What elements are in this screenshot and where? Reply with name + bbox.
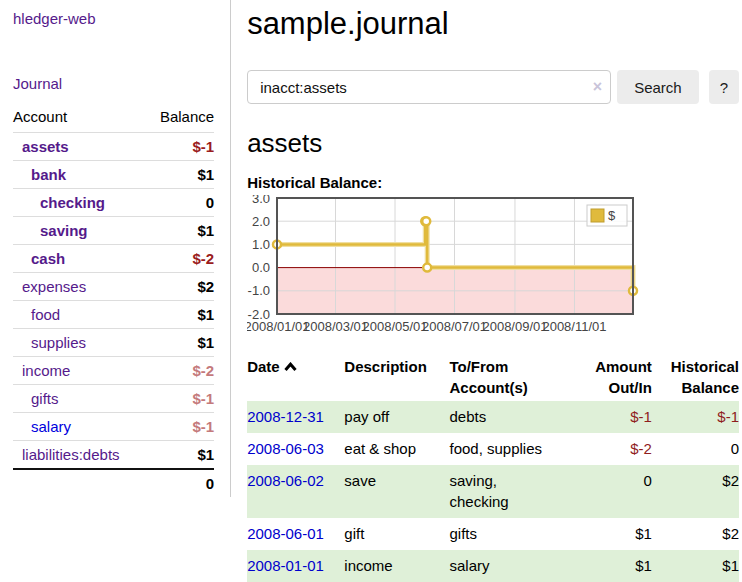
- transaction-date-link[interactable]: 2008-12-31: [247, 408, 324, 425]
- x-tick-label: 2008/09/01: [483, 319, 548, 334]
- transaction-description: gift: [344, 518, 449, 550]
- sidebar: hledger-web Journal Account Balance asse…: [0, 0, 231, 497]
- transaction-amount: $1: [550, 550, 652, 582]
- account-row: salary$-1: [13, 413, 214, 441]
- transaction-description: eat & shop: [344, 433, 449, 465]
- legend-label: $: [608, 208, 616, 223]
- account-row: checking0: [13, 189, 214, 217]
- transaction-date-link[interactable]: 2008-06-02: [247, 472, 324, 489]
- search-bar: × Search ?: [247, 70, 739, 104]
- y-tick-label: -1.0: [248, 283, 270, 298]
- search-button[interactable]: Search: [617, 70, 699, 104]
- transaction-row: 2008-06-02savesaving, checking0$2: [247, 465, 739, 519]
- accounts-total-balance: 0: [13, 469, 214, 497]
- transaction-amount: $-1: [550, 401, 652, 433]
- y-tick-label: 0.0: [252, 260, 270, 275]
- account-row: saving$1: [13, 217, 214, 245]
- register-header-date[interactable]: Date: [247, 353, 344, 401]
- accounts-table: Account Balance assets$-1bank$1checking0…: [13, 106, 214, 497]
- y-tick-label: 2.0: [252, 214, 270, 229]
- register-header-balance: HistoricalBalance: [652, 353, 739, 401]
- register-header-description: Description: [344, 353, 449, 401]
- page: hledger-web Journal Account Balance asse…: [0, 0, 742, 582]
- transaction-accounts: salary: [449, 555, 549, 577]
- account-row: expenses$2: [13, 273, 214, 301]
- account-balance: $1: [146, 329, 214, 357]
- account-balance: $1: [146, 441, 214, 470]
- help-button[interactable]: ?: [709, 70, 739, 104]
- transaction-amount: $-2: [550, 433, 652, 465]
- transaction-description: save: [344, 465, 449, 519]
- transaction-accounts: debts: [449, 406, 549, 428]
- account-balance: $-2: [146, 245, 214, 273]
- data-point: [423, 264, 431, 272]
- x-tick-label: 2008/11/01: [543, 319, 607, 334]
- account-row: gifts$-1: [13, 385, 214, 413]
- account-balance: $-1: [146, 413, 214, 441]
- account-row: assets$-1: [13, 133, 214, 161]
- transaction-accounts: food, supplies: [449, 438, 549, 460]
- account-balance: $-1: [146, 133, 214, 161]
- transaction-balance: 0: [652, 433, 739, 465]
- account-balance: 0: [146, 189, 214, 217]
- x-tick-label: 2008/05/01: [363, 319, 428, 334]
- transaction-date-link[interactable]: 2008-06-03: [247, 440, 324, 457]
- transaction-description: income: [344, 550, 449, 582]
- transaction-balance: $1: [652, 550, 739, 582]
- account-balance: $1: [146, 217, 214, 245]
- register-header-row: Date Description To/FromAccount(s) Amoun…: [247, 353, 739, 401]
- account-balance: $-2: [146, 357, 214, 385]
- x-tick-label: 2008/01/01: [247, 319, 310, 334]
- x-tick-label: 2008/07/01: [422, 319, 487, 334]
- x-tick-label: 2008/03/01: [303, 319, 368, 334]
- transaction-balance: $2: [652, 518, 739, 550]
- chart-legend: $: [587, 205, 627, 226]
- account-link-food[interactable]: food: [31, 306, 60, 323]
- account-link-salary[interactable]: salary: [31, 418, 71, 435]
- transaction-balance: $2: [652, 465, 739, 519]
- transaction-accounts: saving, checking: [449, 470, 549, 514]
- transaction-amount: $1: [550, 518, 652, 550]
- transaction-row: 2008-06-03eat & shopfood, supplies$-20: [247, 433, 739, 465]
- account-link-cash[interactable]: cash: [31, 250, 65, 267]
- account-link-saving[interactable]: saving: [40, 222, 88, 239]
- account-link-income[interactable]: income: [22, 362, 70, 379]
- transaction-row: 2008-01-01incomesalary$1$1: [247, 550, 739, 582]
- register-header-amount: AmountOut/In: [550, 353, 652, 401]
- data-point: [422, 217, 430, 225]
- search-input[interactable]: [247, 70, 611, 104]
- transaction-date-link[interactable]: 2008-06-01: [247, 525, 324, 542]
- brand-link[interactable]: hledger-web: [13, 10, 214, 27]
- clear-search-icon[interactable]: ×: [593, 77, 602, 96]
- accounts-header-account: Account: [13, 106, 146, 133]
- sidebar-item-journal[interactable]: Journal: [13, 75, 214, 92]
- chart-svg: $3.02.01.00.0-1.0-2.02008/01/012008/03/0…: [247, 195, 657, 337]
- account-link-liabilities-debts[interactable]: liabilities:debts: [22, 446, 120, 463]
- transaction-date-link[interactable]: 2008-01-01: [247, 557, 324, 574]
- account-balance: $-1: [146, 385, 214, 413]
- y-tick-label: 1.0: [252, 237, 270, 252]
- account-link-gifts[interactable]: gifts: [31, 390, 59, 407]
- register-table: Date Description To/FromAccount(s) Amoun…: [247, 353, 739, 582]
- transaction-balance: $-1: [652, 401, 739, 433]
- accounts-header-balance: Balance: [146, 106, 214, 133]
- account-link-bank[interactable]: bank: [31, 166, 66, 183]
- account-link-assets[interactable]: assets: [22, 138, 69, 155]
- account-link-expenses[interactable]: expenses: [22, 278, 86, 295]
- main-content: sample.journal × Search ? assets Histori…: [231, 0, 742, 582]
- account-heading: assets: [247, 128, 739, 159]
- transaction-row: 2008-06-01giftgifts$1$2: [247, 518, 739, 550]
- account-row: income$-2: [13, 357, 214, 385]
- historical-balance-chart[interactable]: $3.02.01.00.0-1.0-2.02008/01/012008/03/0…: [247, 195, 739, 340]
- account-link-supplies[interactable]: supplies: [31, 334, 86, 351]
- account-balance: $1: [146, 301, 214, 329]
- transaction-row: 2008-12-31pay offdebts$-1$-1: [247, 401, 739, 433]
- chart-title: Historical Balance:: [247, 174, 739, 191]
- transaction-accounts: gifts: [449, 523, 549, 545]
- chevron-up-icon: [284, 362, 297, 372]
- account-balance: $1: [146, 161, 214, 189]
- account-link-checking[interactable]: checking: [40, 194, 105, 211]
- accounts-total-row: 0: [13, 469, 214, 497]
- page-title: sample.journal: [247, 6, 739, 42]
- account-row: supplies$1: [13, 329, 214, 357]
